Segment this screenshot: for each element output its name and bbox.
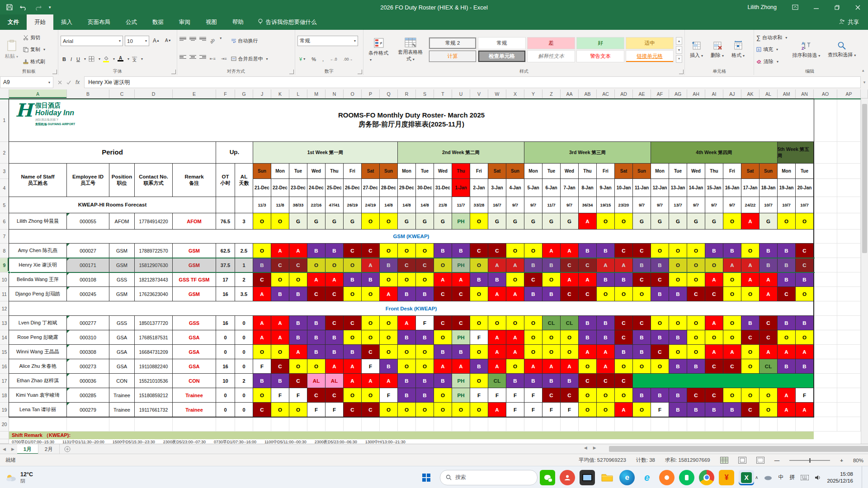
shift-cell-29-Dec[interactable]: B [398,287,416,301]
shift-cell-2-Jan[interactable]: O [470,403,488,417]
start-button[interactable] [419,470,434,485]
shift-cell-14-Jan[interactable]: C [687,388,705,403]
shift-cell-28-Dec[interactable]: O [380,272,398,287]
shift-cell-15-Jan[interactable]: A [705,272,723,287]
shift-cell-5-Jan[interactable]: B [524,374,542,388]
shift-cell-2-Jan[interactable]: O [470,287,488,301]
col-header-AP[interactable]: AP [837,89,861,99]
shift-cell-27-Dec[interactable]: O [362,316,380,330]
shift-cell-11-Jan[interactable]: C [633,272,651,287]
cell-AO18[interactable] [814,388,837,403]
zoom-slider[interactable] [789,460,830,461]
shift-cell-14-Jan[interactable]: O [687,345,705,359]
shift-cell-31-Dec[interactable]: O [434,330,452,345]
shift-cell-2-Jan[interactable]: B [470,359,488,374]
shift-cell-13-Jan[interactable]: O [669,345,687,359]
staff-id[interactable]: 000055 [67,213,109,230]
shift-cell-29-Dec[interactable]: B [398,374,416,388]
shift-cell-2-Jan[interactable]: O [470,213,488,230]
shift-cell-16-Jan[interactable]: O [723,287,741,301]
shift-cell-29-Dec[interactable]: O [398,403,416,417]
staff-al[interactable]: 3 [235,213,253,230]
row-header-3[interactable]: 3 [0,164,9,179]
italic-button[interactable]: I [69,54,74,64]
shift-cell-6-Jan[interactable]: B [542,374,561,388]
shift-cell-15-Jan[interactable]: B [705,403,723,417]
sort-filter-button[interactable]: AZ 排序和筛选▾ [789,32,823,68]
shift-cell-2-Jan[interactable]: C [470,244,488,258]
style-warning[interactable]: 警告文本 [576,50,624,62]
col-header-W[interactable]: W [488,89,506,99]
shift-cell-24-Dec[interactable]: O [307,258,326,272]
shift-cell-6-Jan[interactable]: B [542,287,561,301]
shift-cell-6-Jan[interactable]: C [542,388,561,403]
shift-cell-20-Jan[interactable]: B [796,359,814,374]
shift-cell-19-Jan[interactable]: A [778,403,796,417]
shift-cell-22-Dec[interactable]: O [271,403,289,417]
shift-cell-5-Jan[interactable]: C [524,272,542,287]
col-header-L[interactable]: L [289,89,307,99]
underline-button[interactable]: U [75,54,82,64]
cell-row20[interactable] [380,417,398,432]
cell-AO15[interactable] [814,345,837,359]
horizontal-scroll-thumb[interactable] [609,446,868,452]
cell-AO1[interactable] [814,99,837,142]
shift-cell-28-Dec[interactable]: A [380,287,398,301]
shift-cell-2-Jan[interactable]: B [470,272,488,287]
shift-cell-10-Jan[interactable]: O [615,213,633,230]
shift-cell-31-Dec[interactable]: B [434,374,452,388]
shift-cell-13-Jan[interactable]: B [669,403,687,417]
cell-row20[interactable] [307,417,326,432]
close-button[interactable] [847,0,868,14]
style-explanatory[interactable]: 解释性文本 [527,50,575,62]
col-header-V[interactable]: V [470,89,488,99]
shift-cell-8-Jan[interactable]: B [579,330,597,345]
shift-cell-29-Dec[interactable]: O [398,244,416,258]
cell-row20[interactable] [344,417,362,432]
shift-cell-10-Jan[interactable]: A [615,258,633,272]
shift-cell-27-Dec[interactable]: A [362,374,380,388]
cell-AO5[interactable] [814,197,837,213]
staff-remark[interactable]: GSM [173,258,216,272]
shift-cell-7-Jan[interactable]: C [561,388,579,403]
cell-AP15[interactable] [837,345,861,359]
staff-name[interactable]: Ethan Zhao 赵梓淇 [9,374,67,388]
shift-cell-5-Jan[interactable]: O [524,316,542,330]
staff-name[interactable]: Django Peng 彭琨皓 [9,287,67,301]
shift-cell-31-Dec[interactable]: A [434,359,452,374]
cell-row20[interactable] [615,417,633,432]
staff-ot[interactable]: 0 [216,330,235,345]
shift-cell-26-Dec[interactable]: C [344,244,362,258]
shift-cell-9-Jan[interactable]: B [597,316,615,330]
shift-cell-3-Jan[interactable]: CL [488,374,506,388]
clear-button[interactable]: 清除▾ [756,57,787,66]
merge-center-button[interactable]: 合并后居中▾ [231,54,268,64]
tab-page-layout[interactable]: 页面布局 [80,14,118,30]
shift-cell-3-Jan[interactable]: O [488,316,506,330]
shift-cell-3-Jan[interactable]: A [488,345,506,359]
shift-cell-17-Jan[interactable]: A [741,272,760,287]
gallery-down-icon[interactable]: ▼ [676,46,682,54]
shift-cell-17-Jan[interactable]: O [741,244,760,258]
shift-cell-1-Jan[interactable]: A [452,272,470,287]
staff-remark[interactable]: Trainee [173,403,216,417]
shift-cell-18-Jan[interactable]: B [760,258,778,272]
cell-row20[interactable] [561,417,579,432]
col-header-J[interactable]: J [253,89,271,99]
staff-id[interactable]: 000277 [67,316,109,330]
shift-cell-8-Jan[interactable]: A [579,272,597,287]
shift-cell-8-Jan[interactable]: C [579,374,597,388]
staff-position[interactable]: Trainee [109,403,135,417]
row-header-16[interactable]: 16 [0,359,9,374]
staff-al[interactable]: 2.5 [235,244,253,258]
gallery-up-icon[interactable]: ▲ [676,37,682,45]
cell-row20[interactable] [289,417,307,432]
shift-cell-11-Jan[interactable]: C [633,244,651,258]
shift-cell-29-Dec[interactable]: O [398,345,416,359]
staff-position[interactable]: GSA [109,330,135,345]
shift-cell-11-Jan[interactable]: O [633,287,651,301]
shift-cell-12-Jan[interactable]: F [651,403,669,417]
shift-cell-12-Jan[interactable]: B [651,388,669,403]
shift-cell-22-Dec[interactable]: O [271,272,289,287]
week-band-5[interactable]: 5th Week 第五周 [778,142,814,164]
